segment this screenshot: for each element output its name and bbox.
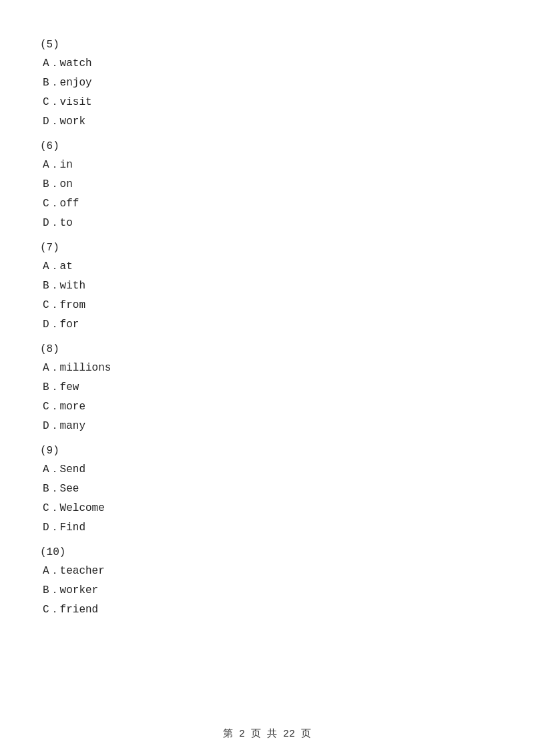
option-q7-3[interactable]: D．for — [40, 317, 494, 331]
option-q8-2[interactable]: C．more — [40, 399, 494, 413]
option-q7-1[interactable]: B．with — [40, 278, 494, 293]
option-q5-0[interactable]: A．watch — [40, 56, 494, 70]
option-q6-0[interactable]: A．in — [40, 158, 494, 172]
page-footer: 第 2 页 共 22 页 — [0, 727, 534, 740]
option-q10-1[interactable]: B．worker — [40, 583, 494, 597]
option-q5-2[interactable]: C．visit — [40, 95, 494, 109]
option-q10-2[interactable]: C．friend — [40, 602, 494, 616]
option-q6-2[interactable]: C．off — [40, 196, 494, 210]
option-q6-3[interactable]: D．to — [40, 216, 494, 230]
option-q7-0[interactable]: A．at — [40, 259, 494, 273]
option-q8-3[interactable]: D．many — [40, 419, 494, 433]
question-number-q5: (5) — [40, 39, 494, 51]
option-q7-2[interactable]: C．from — [40, 298, 494, 312]
option-q6-1[interactable]: B．on — [40, 177, 494, 191]
footer-text: 第 2 页 共 22 页 — [223, 729, 311, 740]
option-q9-0[interactable]: A．Send — [40, 462, 494, 476]
option-q5-1[interactable]: B．enjoy — [40, 75, 494, 89]
option-q8-1[interactable]: B．few — [40, 380, 494, 394]
question-number-q7: (7) — [40, 242, 494, 254]
question-number-q10: (10) — [40, 546, 494, 558]
option-q8-0[interactable]: A．millions — [40, 361, 494, 375]
option-q10-0[interactable]: A．teacher — [40, 564, 494, 578]
option-q5-3[interactable]: D．work — [40, 114, 494, 128]
option-q9-2[interactable]: C．Welcome — [40, 501, 494, 515]
question-number-q6: (6) — [40, 140, 494, 152]
option-q9-1[interactable]: B．See — [40, 482, 494, 496]
question-number-q8: (8) — [40, 343, 494, 355]
question-number-q9: (9) — [40, 445, 494, 457]
option-q9-3[interactable]: D．Find — [40, 520, 494, 534]
main-content: (5)A．watchB．enjoyC．visitD．work(6)A．inB．o… — [0, 0, 534, 662]
